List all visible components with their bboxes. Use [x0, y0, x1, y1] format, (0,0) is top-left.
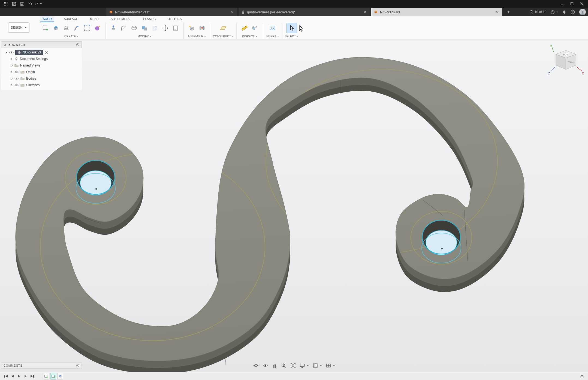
revolve-button[interactable]: [61, 23, 71, 33]
construct-plane-button[interactable]: [218, 23, 228, 33]
group-label-modify[interactable]: MODIFY: [138, 34, 152, 39]
pattern-button[interactable]: [82, 23, 92, 33]
activate-radio-icon[interactable]: [45, 51, 48, 54]
close-window-button[interactable]: [578, 1, 586, 7]
display-settings-button[interactable]: [299, 362, 309, 369]
group-label-create[interactable]: CREATE: [64, 34, 79, 39]
sweep-button[interactable]: [71, 23, 82, 33]
create-form-button[interactable]: [92, 23, 102, 33]
collapsed-arrow-icon[interactable]: [10, 77, 13, 80]
new-tab-button[interactable]: +: [504, 8, 513, 16]
crank-model[interactable]: [0, 40, 588, 372]
document-tabbar: NG-wheel-holder v11* gurdy-verneer (v4~r…: [0, 8, 588, 16]
insert-canvas-button[interactable]: [267, 23, 278, 33]
active-document-node[interactable]: NG-crank v3: [15, 50, 43, 55]
help[interactable]: ?: [571, 10, 575, 14]
timeline-extrude-feature[interactable]: [57, 373, 63, 379]
select-tool-button[interactable]: [287, 23, 297, 33]
align-button[interactable]: [170, 23, 181, 33]
browser-item-document-settings[interactable]: Document Settings: [1, 56, 82, 62]
offset-face-button[interactable]: [150, 23, 160, 33]
document-tab-2[interactable]: gurdy-verneer (v4~recovered)*: [239, 8, 370, 16]
modeling-viewport[interactable]: BROWSER: [0, 40, 588, 372]
timeline-sketch-feature-1[interactable]: [43, 373, 49, 379]
tab-solid[interactable]: SOLID: [40, 16, 54, 22]
browser-item-sketches[interactable]: Sketches: [1, 82, 82, 88]
document-tab-3-active[interactable]: NG-crank v3: [371, 8, 502, 16]
collapse-panel-icon[interactable]: [4, 44, 6, 46]
user-avatar[interactable]: [579, 9, 586, 15]
visibility-eye-icon[interactable]: [14, 84, 19, 87]
zoom-button[interactable]: [281, 362, 287, 369]
visibility-eye-icon[interactable]: [9, 51, 14, 54]
look-at-button[interactable]: [262, 362, 269, 369]
collapsed-arrow-icon[interactable]: [10, 71, 13, 74]
group-label-inspect[interactable]: INSPECT: [242, 34, 257, 39]
tab-sheet-metal[interactable]: SHEET METAL: [108, 16, 134, 22]
job-status[interactable]: 10 of 10: [530, 10, 546, 14]
collapsed-arrow-icon[interactable]: [10, 64, 13, 67]
document-tab-1[interactable]: NG-wheel-holder v11*: [106, 8, 237, 16]
timeline-step-forward-button[interactable]: [22, 373, 29, 379]
tab-surface[interactable]: SURFACE: [61, 16, 80, 22]
group-label-select[interactable]: SELECT: [285, 34, 298, 39]
orbit-button[interactable]: [253, 362, 259, 369]
maximize-button[interactable]: [568, 1, 576, 7]
app-grid-icon[interactable]: [2, 1, 9, 7]
visibility-eye-icon[interactable]: [14, 77, 19, 80]
view-cube[interactable]: Y TOP RIGHT X Z: [548, 44, 584, 78]
press-pull-button[interactable]: [108, 23, 119, 33]
workspace-switcher[interactable]: DESIGN: [8, 22, 29, 33]
timeline-settings-gear-icon[interactable]: [579, 373, 585, 379]
timeline-go-to-end-button[interactable]: [29, 373, 35, 379]
pending-jobs[interactable]: 1: [551, 10, 558, 14]
timeline-go-to-start-button[interactable]: [3, 373, 9, 379]
browser-tree: NG-crank v3 Document Settings: [1, 48, 82, 90]
timeline-step-back-button[interactable]: [9, 373, 16, 379]
minimize-button[interactable]: [558, 1, 566, 7]
grid-settings-button[interactable]: [312, 362, 322, 369]
shell-button[interactable]: [129, 23, 139, 33]
close-tab-icon[interactable]: [495, 10, 499, 14]
browser-item-bodies[interactable]: Bodies: [1, 75, 82, 82]
save-icon[interactable]: [19, 1, 26, 7]
browser-item-origin[interactable]: Origin: [1, 69, 82, 75]
undo-icon[interactable]: [27, 1, 34, 7]
pan-button[interactable]: [271, 362, 278, 369]
group-label-assemble[interactable]: ASSEMBLE: [188, 34, 206, 39]
group-label-insert[interactable]: INSERT: [266, 34, 279, 39]
browser-header[interactable]: BROWSER: [1, 41, 82, 48]
redo-dropdown-caret[interactable]: [40, 3, 42, 4]
timeline-sketch-feature-2[interactable]: [50, 373, 56, 379]
tab-mesh[interactable]: MESH: [88, 16, 101, 22]
panel-options-icon[interactable]: [76, 43, 79, 46]
collapsed-arrow-icon[interactable]: [10, 58, 13, 61]
combine-button[interactable]: [139, 23, 150, 33]
new-component-button[interactable]: [186, 23, 197, 33]
notifications[interactable]: [562, 10, 566, 14]
group-label-construct[interactable]: CONSTRUCT: [213, 34, 234, 39]
browser-item-named-views[interactable]: Named Views: [1, 62, 82, 69]
fillet-button[interactable]: [119, 23, 129, 33]
tab-utilities[interactable]: UTILITIES: [165, 16, 184, 22]
joint-button[interactable]: [197, 23, 207, 33]
expanded-arrow-icon[interactable]: [5, 51, 8, 54]
move-button[interactable]: [160, 23, 170, 33]
create-sketch-button[interactable]: [40, 23, 51, 33]
browser-root-row[interactable]: NG-crank v3: [1, 49, 82, 56]
close-tab-icon[interactable]: [363, 10, 367, 14]
timeline-play-button[interactable]: [16, 373, 22, 379]
panel-options-icon[interactable]: [76, 364, 79, 367]
measure-button[interactable]: [239, 23, 250, 33]
section-analysis-button[interactable]: [250, 23, 260, 33]
close-tab-icon[interactable]: [230, 10, 234, 14]
data-panel-icon[interactable]: [10, 1, 17, 7]
redo-icon[interactable]: [35, 1, 42, 7]
visibility-eye-icon[interactable]: [14, 71, 19, 74]
comments-panel[interactable]: COMMENTS: [1, 363, 82, 369]
tab-plastic[interactable]: PLASTIC: [141, 16, 158, 22]
extrude-button[interactable]: [51, 23, 61, 33]
fit-button[interactable]: [290, 362, 296, 369]
viewports-button[interactable]: [325, 362, 336, 369]
collapsed-arrow-icon[interactable]: [10, 84, 13, 87]
